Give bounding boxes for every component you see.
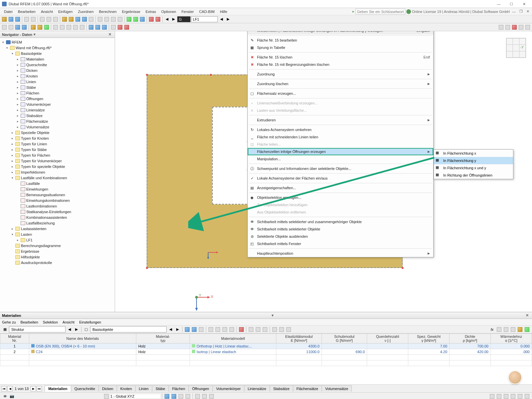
ctx-jump-table[interactable]: ▦Sprung in Tabelle [248,44,433,51]
tool2-i[interactable] [59,24,65,30]
tree-basis-item[interactable]: ▸Knoten [0,73,115,79]
tool2-g[interactable] [44,24,50,30]
sbtool-a[interactable] [103,393,109,399]
tree-basis-item[interactable]: ▸Materialien [0,56,115,62]
ctx-zuordnung[interactable]: Zuordnung▶ [248,70,433,78]
tool2-d[interactable] [21,24,27,30]
tool-a[interactable] [62,16,67,22]
bp-tr4[interactable] [517,327,523,332]
sbtool-eye[interactable]: 👁 [2,393,8,399]
tool2-c[interactable] [15,24,21,30]
tool-e[interactable] [88,16,94,22]
tool-d[interactable] [81,16,87,22]
tool-redo[interactable] [30,16,36,22]
th-spez[interactable]: Spez. Gewicht γ [kN/m³] [410,334,447,342]
ctx-delete-surface[interactable]: ✖Fläche Nr. 15 löschenEntf [248,54,433,61]
submenu-xy[interactable]: ▦In Flächenrichtung x und y [434,164,513,172]
tool2-r[interactable] [124,24,130,30]
bottom-tab[interactable]: Stabsätze [270,385,293,392]
bp-t8[interactable] [238,327,244,332]
ctx-hauptleuchten[interactable]: Hauptleuchtenposition▶ [248,250,433,257]
tool2-right-a[interactable] [498,24,504,30]
ctx-flaechensatz[interactable]: ▢Flächensatz erzeugen... [248,90,433,97]
bp-menu-selektion[interactable]: Selektion [43,320,58,324]
bottom-tab[interactable]: Volumenkörper [212,385,244,392]
bp-t11[interactable] [262,327,268,332]
close-button[interactable]: ✕ [518,1,530,7]
tree-category[interactable]: ▸Imperfektionen [0,169,115,175]
tree-root[interactable]: RFEM [12,40,22,44]
tree-category[interactable]: ▸Typen für Knoten [0,135,115,141]
tool2-n[interactable] [95,24,101,30]
tool2-j[interactable] [66,24,72,30]
bp-prev2[interactable]: ◀ [168,327,174,332]
bp-menu-einstellungen[interactable]: Einstellungen [79,320,101,324]
bp-t9[interactable] [248,327,254,332]
ctx-surface-cells[interactable]: Flächenzellen infolge Öffnungen erzeugen… [248,148,433,155]
tool2-a[interactable] [1,24,7,30]
ctx-extrudieren[interactable]: Extrudieren▶ [248,116,433,124]
tool2-right-b[interactable] [505,24,511,30]
tool-b[interactable] [68,16,74,22]
sbtool-r6[interactable] [524,393,530,399]
menu-ergebnisse[interactable]: Ergebnisse [119,9,143,14]
bottom-tab[interactable]: Volumensätze [322,385,352,392]
inner-close[interactable]: ✕ [525,9,531,14]
inner-restore[interactable]: ❐ [518,9,524,14]
ctx-sel-ausblenden[interactable]: ⊘Selektierte Objekte ausblenden [248,233,433,240]
bottom-tab[interactable]: Liniensätze [244,385,270,392]
menu-cadbim[interactable]: CAD-BIM [197,9,217,14]
keyword-search-input[interactable] [355,9,405,14]
bp-basis-icon[interactable]: ▢ [83,327,89,332]
tree-end-item[interactable]: Hilfsobjekte [0,254,115,260]
tool2-right-d[interactable] [518,24,524,30]
bottom-tab[interactable]: Querschnitte [71,385,99,392]
bottom-tab[interactable]: Öffnungen [189,385,213,392]
tree-basis-item[interactable]: ▸Linien [0,79,115,84]
bp-t12[interactable] [272,327,278,332]
th-name[interactable]: Name des Materials [31,336,134,340]
menu-ansicht[interactable]: Ansicht [38,9,56,14]
th-typ[interactable]: Material- typ [138,334,188,342]
tree-lastassistenten[interactable]: Lastassistenten [21,227,46,231]
tool2-h[interactable] [53,24,59,30]
bp-menu-gehezu[interactable]: Gehe zu [2,320,16,324]
bp-t4[interactable] [208,327,214,332]
tree-lf-item[interactable]: Lastkombinationen [0,203,115,209]
page-last[interactable]: ⏭ [37,386,42,391]
tree-basis-item[interactable]: ▸Liniensätze [0,107,115,113]
submenu-x[interactable]: ▦In Flächenrichtung x [434,150,513,157]
node-point[interactable] [210,74,212,76]
menu-einfuegen[interactable]: Einfügen [56,9,75,14]
bp-t6[interactable] [222,327,228,332]
tree-category[interactable]: ▸Typen für spezielle Objekte [0,164,115,169]
table-row[interactable]: 2C24HolzIsotrop | Linear elastisch11000.… [0,349,532,355]
tool-new[interactable] [1,16,7,22]
bottom-tab[interactable]: Materialien [45,385,71,392]
tree-lastfaelle[interactable]: Lastfälle und Kombinationen [21,176,67,180]
tool-save[interactable] [15,16,21,22]
submenu-y[interactable]: ▦In Flächenrichtung y [434,157,513,164]
ctx-sicht-sel[interactable]: 👁Sichtbarkeit mittels selektierter Objek… [248,225,433,233]
menu-bearbeiten[interactable]: Bearbeiten [15,9,38,14]
ctx-anzeige[interactable]: ▤Anzeigeeigenschaften... [248,184,433,192]
sbtool-c[interactable] [171,393,177,399]
bp-next[interactable]: ▶ [73,327,79,332]
materials-table[interactable]: Material Nr. Name des Materials Material… [0,333,532,384]
tool2-q[interactable] [117,24,123,30]
bottom-tab[interactable]: Flächensätze [293,385,322,392]
tree-end-item[interactable]: Berechnungsdiagramme [0,243,115,248]
sbtool-h[interactable] [208,393,214,399]
tool-next[interactable]: ▶ [171,16,177,22]
sbtool-r4[interactable] [510,393,516,399]
bp-tool-icon[interactable]: ▦ [2,327,8,332]
th-quer[interactable]: Querdehnzahl ν [-] [369,334,406,342]
tool2-l[interactable] [79,24,85,30]
tree-category[interactable]: ▸Typen für Linien [0,141,115,147]
tree-lf-item[interactable]: Lastfallbeziehung [0,220,115,226]
tree-category[interactable]: ▸Typen für Volumenkörper [0,158,115,164]
bp-tr5[interactable] [524,327,530,332]
submenu-oeff[interactable]: ▦In Richtung der Öffnungslinien [434,172,513,179]
ctx-header[interactable]: Wiederholen | Flächenzellen infolge Öffn… [248,31,433,34]
menu-zuordnen[interactable]: Zuordnen [75,9,96,14]
